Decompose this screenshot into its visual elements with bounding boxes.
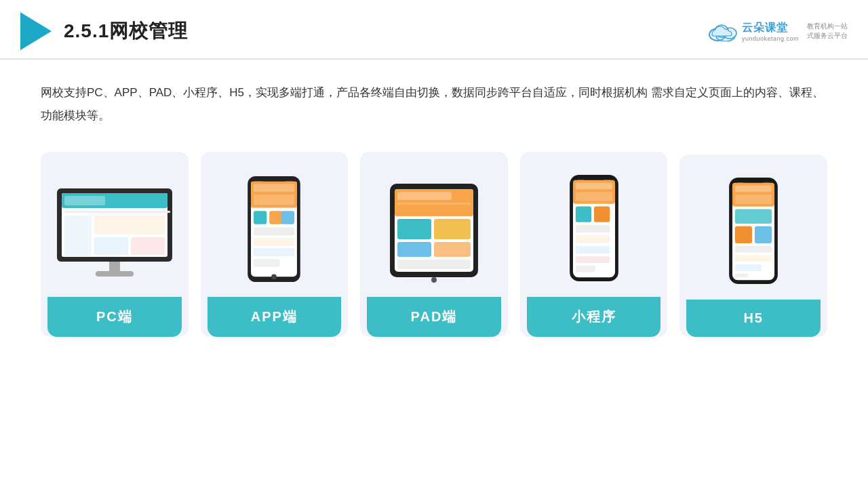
svg-point-33 [431, 277, 437, 283]
svg-rect-48 [575, 207, 591, 222]
card-app: APP端 [201, 152, 349, 337]
svg-rect-67 [735, 274, 748, 278]
card-h5: H5 [679, 155, 827, 337]
svg-rect-27 [254, 238, 294, 246]
h5-image-area [686, 171, 821, 286]
label-miniprogram: 小程序 [527, 297, 661, 337]
svg-rect-64 [735, 246, 772, 253]
svg-rect-60 [735, 195, 772, 204]
description-text: 网校支持PC、APP、PAD、小程序、H5，实现多端打通，产品各终端自由切换，数… [41, 81, 827, 127]
app-phone-icon [243, 175, 304, 283]
svg-rect-35 [397, 192, 452, 200]
svg-rect-28 [254, 249, 294, 257]
svg-rect-62 [735, 226, 752, 243]
svg-rect-61 [735, 209, 772, 224]
svg-rect-14 [131, 237, 165, 255]
svg-rect-37 [397, 219, 431, 239]
svg-rect-36 [397, 203, 471, 205]
mini-image-area [527, 168, 661, 283]
header-left: 2.5.1网校管理 [20, 12, 188, 50]
svg-rect-41 [397, 260, 471, 269]
svg-rect-29 [254, 259, 280, 267]
brand-logo: 云朵课堂 yunduoketang.com 教育机构一站 式服务云平台 [708, 21, 848, 42]
svg-rect-13 [94, 237, 128, 255]
svg-rect-12 [94, 216, 165, 235]
svg-rect-40 [434, 242, 471, 257]
svg-rect-24 [270, 211, 283, 224]
brand-name: 云朵课堂 [742, 21, 788, 35]
brand-slogan: 教育机构一站 式服务云平台 [807, 22, 848, 41]
svg-rect-21 [254, 184, 294, 192]
svg-rect-11 [64, 216, 92, 256]
cards-row: PC端 [41, 152, 827, 337]
svg-rect-10 [64, 211, 170, 213]
h5-phone-icon [723, 178, 784, 286]
svg-rect-65 [735, 255, 772, 262]
pc-image-area [47, 168, 182, 283]
svg-rect-15 [109, 262, 120, 271]
label-app: APP端 [208, 297, 342, 337]
header: 2.5.1网校管理 云朵课堂 yunduoketang.com 教育机构一站 式… [0, 0, 868, 60]
app-image-area [208, 168, 342, 283]
brand-text: 云朵课堂 yunduoketang.com [742, 21, 799, 42]
svg-rect-51 [575, 235, 609, 243]
svg-point-30 [272, 274, 277, 279]
cloud-icon [708, 21, 738, 41]
svg-rect-50 [575, 225, 609, 233]
svg-rect-39 [397, 242, 431, 257]
svg-rect-54 [575, 266, 595, 272]
brand-url: yunduoketang.com [742, 35, 799, 42]
card-pc: PC端 [41, 152, 189, 337]
card-pad: PAD端 [360, 152, 508, 337]
logo-triangle-icon [20, 12, 52, 50]
svg-rect-53 [575, 256, 609, 263]
content: 网校支持PC、APP、PAD、小程序、H5，实现多端打通，产品各终端自由切换，数… [0, 60, 868, 337]
pad-tablet-icon [387, 178, 481, 283]
label-pc: PC端 [47, 297, 182, 337]
svg-rect-52 [575, 246, 609, 254]
pad-image-area [367, 168, 501, 283]
svg-rect-16 [96, 271, 134, 277]
card-miniprogram: 小程序 [520, 152, 668, 337]
pc-monitor-icon [54, 185, 176, 283]
svg-rect-38 [434, 219, 471, 239]
svg-rect-63 [755, 226, 772, 243]
svg-rect-46 [575, 183, 612, 190]
svg-rect-59 [735, 186, 772, 192]
miniprogram-phone-icon [564, 175, 625, 283]
label-pad: PAD端 [367, 297, 501, 337]
svg-rect-26 [254, 228, 294, 236]
label-h5: H5 [686, 300, 821, 337]
svg-rect-22 [254, 195, 294, 205]
svg-rect-66 [735, 264, 762, 271]
svg-rect-9 [64, 196, 105, 205]
svg-rect-47 [575, 192, 612, 201]
svg-rect-49 [594, 207, 610, 222]
page-title: 2.5.1网校管理 [64, 18, 188, 44]
header-right: 云朵课堂 yunduoketang.com 教育机构一站 式服务云平台 [708, 21, 848, 42]
svg-rect-23 [254, 211, 267, 224]
svg-rect-25 [281, 211, 294, 224]
